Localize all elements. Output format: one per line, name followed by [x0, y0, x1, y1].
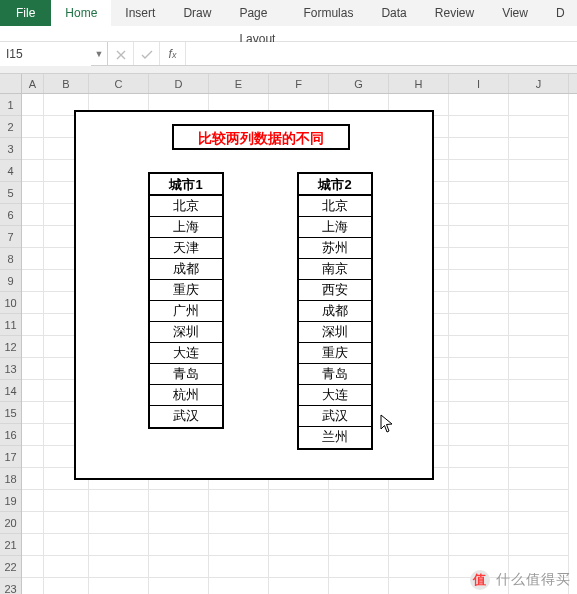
cell[interactable] [389, 402, 449, 424]
cell[interactable] [329, 358, 389, 380]
cell[interactable] [22, 358, 44, 380]
cell[interactable] [44, 402, 89, 424]
cell[interactable] [149, 182, 209, 204]
cell[interactable] [509, 270, 569, 292]
cell[interactable] [269, 446, 329, 468]
cell[interactable] [209, 116, 269, 138]
cell[interactable] [89, 534, 149, 556]
row-header-18[interactable]: 18 [0, 468, 21, 490]
cell[interactable] [22, 468, 44, 490]
row-header-6[interactable]: 6 [0, 204, 21, 226]
cell[interactable] [269, 578, 329, 594]
cell[interactable] [509, 578, 569, 594]
cell[interactable] [89, 226, 149, 248]
cell[interactable] [449, 578, 509, 594]
cell[interactable] [329, 270, 389, 292]
cell[interactable] [89, 468, 149, 490]
cell[interactable] [149, 424, 209, 446]
cell[interactable] [149, 248, 209, 270]
cell[interactable] [209, 512, 269, 534]
select-all-corner[interactable] [0, 74, 21, 94]
cell[interactable] [449, 160, 509, 182]
cell[interactable] [269, 160, 329, 182]
cell[interactable] [22, 534, 44, 556]
cell[interactable] [329, 248, 389, 270]
cells-area[interactable]: 比较两列数据的不同 城市1 北京上海天津成都重庆广州深圳大连青岛杭州武汉 城市2… [22, 94, 577, 594]
cell[interactable] [89, 578, 149, 594]
cell[interactable] [509, 490, 569, 512]
cell[interactable] [509, 292, 569, 314]
cell[interactable] [389, 94, 449, 116]
tab-draw[interactable]: Draw [169, 0, 225, 26]
cell[interactable] [89, 116, 149, 138]
cell[interactable] [449, 248, 509, 270]
cell[interactable] [22, 402, 44, 424]
cell[interactable] [22, 380, 44, 402]
cell[interactable] [209, 182, 269, 204]
cell[interactable] [329, 578, 389, 594]
cell[interactable] [149, 380, 209, 402]
cell[interactable] [89, 512, 149, 534]
spreadsheet-grid[interactable]: 1234567891011121314151617181920212223 AB… [0, 74, 577, 594]
cell[interactable] [269, 534, 329, 556]
name-box-dropdown[interactable]: ▼ [91, 49, 107, 59]
cell[interactable] [209, 468, 269, 490]
cell[interactable] [329, 490, 389, 512]
cell[interactable] [22, 226, 44, 248]
cell[interactable] [389, 556, 449, 578]
cell[interactable] [149, 512, 209, 534]
cell[interactable] [89, 314, 149, 336]
cell[interactable] [149, 578, 209, 594]
cell[interactable] [149, 556, 209, 578]
cell[interactable] [269, 556, 329, 578]
cell[interactable] [149, 226, 209, 248]
cell[interactable] [89, 248, 149, 270]
cell[interactable] [209, 314, 269, 336]
cell[interactable] [44, 138, 89, 160]
cell[interactable] [269, 490, 329, 512]
cell[interactable] [149, 160, 209, 182]
col-header-J[interactable]: J [509, 74, 569, 93]
cell[interactable] [449, 402, 509, 424]
cell[interactable] [509, 138, 569, 160]
cell[interactable] [44, 116, 89, 138]
cell[interactable] [329, 512, 389, 534]
row-header-15[interactable]: 15 [0, 402, 21, 424]
cell[interactable] [149, 358, 209, 380]
cell[interactable] [389, 468, 449, 490]
cell[interactable] [449, 490, 509, 512]
fx-icon[interactable]: fx [160, 42, 186, 65]
cell[interactable] [329, 446, 389, 468]
cell[interactable] [44, 292, 89, 314]
cell[interactable] [449, 204, 509, 226]
cell[interactable] [329, 116, 389, 138]
cell[interactable] [209, 534, 269, 556]
cell[interactable] [449, 380, 509, 402]
cell[interactable] [509, 116, 569, 138]
cell[interactable] [269, 204, 329, 226]
cell[interactable] [89, 358, 149, 380]
cell[interactable] [509, 446, 569, 468]
cell[interactable] [509, 468, 569, 490]
row-header-8[interactable]: 8 [0, 248, 21, 270]
cell[interactable] [269, 314, 329, 336]
cell[interactable] [209, 160, 269, 182]
cell[interactable] [44, 94, 89, 116]
cell[interactable] [449, 94, 509, 116]
cell[interactable] [269, 116, 329, 138]
cell[interactable] [449, 314, 509, 336]
cell[interactable] [22, 138, 44, 160]
tab-review[interactable]: Review [421, 0, 488, 26]
cell[interactable] [509, 160, 569, 182]
row-header-11[interactable]: 11 [0, 314, 21, 336]
cell[interactable] [449, 358, 509, 380]
cell[interactable] [149, 292, 209, 314]
cell[interactable] [389, 512, 449, 534]
row-header-1[interactable]: 1 [0, 94, 21, 116]
tab-insert[interactable]: Insert [111, 0, 169, 26]
cell[interactable] [209, 490, 269, 512]
cell[interactable] [449, 446, 509, 468]
cell[interactable] [329, 292, 389, 314]
row-header-20[interactable]: 20 [0, 512, 21, 534]
cell[interactable] [149, 138, 209, 160]
